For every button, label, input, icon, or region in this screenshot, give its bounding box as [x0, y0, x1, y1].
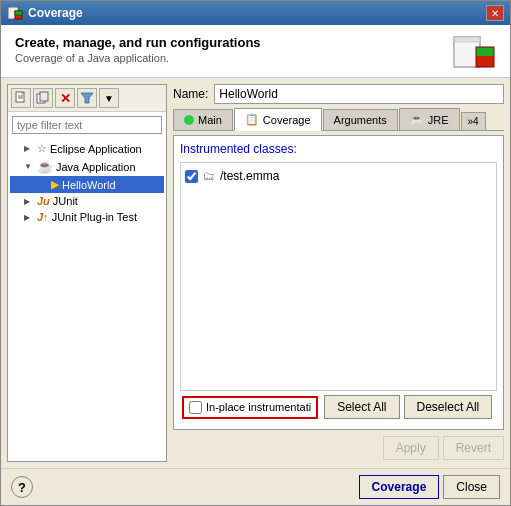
main-tab-dot	[184, 115, 194, 125]
revert-button[interactable]: Revert	[443, 436, 504, 460]
classes-list: 🗂 /test.emma	[180, 162, 497, 391]
java-label: Java Application	[56, 161, 136, 173]
expand-arrow-jup: ▶	[24, 213, 34, 222]
apply-revert-row: Apply Revert	[173, 434, 504, 462]
coverage-tab-icon: 📋	[245, 113, 259, 126]
jre-tab-icon: ☕	[410, 113, 424, 126]
tab-more-label: »4	[468, 116, 479, 127]
svg-rect-4	[454, 37, 480, 42]
helloworld-label: HelloWorld	[62, 179, 116, 191]
header-section: Create, manage, and run configurations C…	[1, 25, 510, 78]
expand-arrow-java: ▼	[24, 162, 34, 171]
junitplugin-icon: J↑	[37, 211, 49, 223]
junitplugin-label: JUnit Plug-in Test	[52, 211, 137, 223]
bottom-buttons: In-place instrumentati Select All Desele…	[180, 391, 497, 423]
class-checkbox[interactable]	[185, 170, 198, 183]
title-controls: ✕	[486, 5, 504, 21]
name-label: Name:	[173, 87, 208, 101]
tree-area: ▶ ☆ Eclipse Application ▼ ☕ Java Applica…	[8, 138, 166, 461]
class-icon: 🗂	[203, 169, 215, 183]
inplace-checkbox[interactable]	[189, 401, 202, 414]
new-button[interactable]	[11, 88, 31, 108]
name-input[interactable]	[214, 84, 504, 104]
tab-arguments[interactable]: Arguments	[323, 109, 398, 130]
tab-content: Instrumented classes: 🗂 /test.emma In-pl…	[173, 135, 504, 430]
close-button[interactable]: ✕	[486, 5, 504, 21]
tree-item-junitplugin[interactable]: ▶ J↑ JUnit Plug-in Test	[10, 209, 164, 225]
expand-arrow-ju: ▶	[24, 197, 34, 206]
arguments-tab-label: Arguments	[334, 114, 387, 126]
deselect-all-button[interactable]: Deselect All	[404, 395, 493, 419]
coverage-tab-label: Coverage	[263, 114, 311, 126]
junit-label: JUnit	[53, 195, 78, 207]
footer: ? Coverage Close	[1, 468, 510, 505]
header-title: Create, manage, and run configurations	[15, 35, 261, 50]
junit-icon: Ju	[37, 195, 50, 207]
tree-item-helloworld[interactable]: ▶ HelloWorld	[10, 176, 164, 193]
window-icon	[7, 5, 23, 21]
help-button[interactable]: ?	[11, 476, 33, 498]
tree-item-java[interactable]: ▼ ☕ Java Application	[10, 157, 164, 176]
title-bar: Coverage ✕	[1, 1, 510, 25]
main-tab-label: Main	[198, 114, 222, 126]
svg-rect-6	[476, 47, 494, 56]
left-toolbar: ✕ ▼	[8, 85, 166, 112]
tab-coverage[interactable]: 📋 Coverage	[234, 108, 322, 131]
header-subtitle: Coverage of a Java application.	[15, 52, 261, 64]
inplace-area: In-place instrumentati	[182, 396, 318, 419]
coverage-button[interactable]: Coverage	[359, 475, 440, 499]
filter-input[interactable]	[12, 116, 162, 134]
inplace-label: In-place instrumentati	[206, 401, 311, 413]
tab-main[interactable]: Main	[173, 109, 233, 130]
svg-rect-2	[15, 11, 22, 15]
main-window: Coverage ✕ Create, manage, and run confi…	[0, 0, 511, 506]
apply-button[interactable]: Apply	[383, 436, 439, 460]
helloworld-icon: ▶	[51, 178, 59, 191]
eclipse-icon: ☆	[37, 142, 47, 155]
jre-tab-label: JRE	[428, 114, 449, 126]
window-title: Coverage	[28, 6, 83, 20]
footer-right: Coverage Close	[359, 475, 500, 499]
delete-button[interactable]: ✕	[55, 88, 75, 108]
more-button[interactable]: ▼	[99, 88, 119, 108]
svg-marker-14	[81, 93, 93, 103]
name-row: Name:	[173, 84, 504, 104]
coverage-header-icon	[452, 35, 496, 69]
tree-item-eclipse[interactable]: ▶ ☆ Eclipse Application	[10, 140, 164, 157]
left-panel: ✕ ▼ ▶ ☆ Eclipse Application ▼	[7, 84, 167, 462]
eclipse-label: Eclipse Application	[50, 143, 142, 155]
java-icon: ☕	[37, 159, 53, 174]
select-all-button[interactable]: Select All	[324, 395, 399, 419]
tree-item-junit[interactable]: ▶ Ju JUnit	[10, 193, 164, 209]
filter-button[interactable]	[77, 88, 97, 108]
svg-rect-13	[40, 92, 48, 101]
tab-jre[interactable]: ☕ JRE	[399, 108, 460, 130]
class-name: /test.emma	[220, 169, 279, 183]
tab-more[interactable]: »4	[461, 112, 486, 130]
instrumented-label: Instrumented classes:	[180, 142, 497, 156]
footer-close-button[interactable]: Close	[443, 475, 500, 499]
expand-arrow: ▶	[24, 144, 34, 153]
copy-button[interactable]	[33, 88, 53, 108]
tabs-bar: Main 📋 Coverage Arguments ☕ JRE »4	[173, 108, 504, 131]
right-panel: Name: Main 📋 Coverage Arguments ☕	[173, 84, 504, 462]
main-content: ✕ ▼ ▶ ☆ Eclipse Application ▼	[1, 78, 510, 468]
class-item: 🗂 /test.emma	[185, 167, 492, 185]
